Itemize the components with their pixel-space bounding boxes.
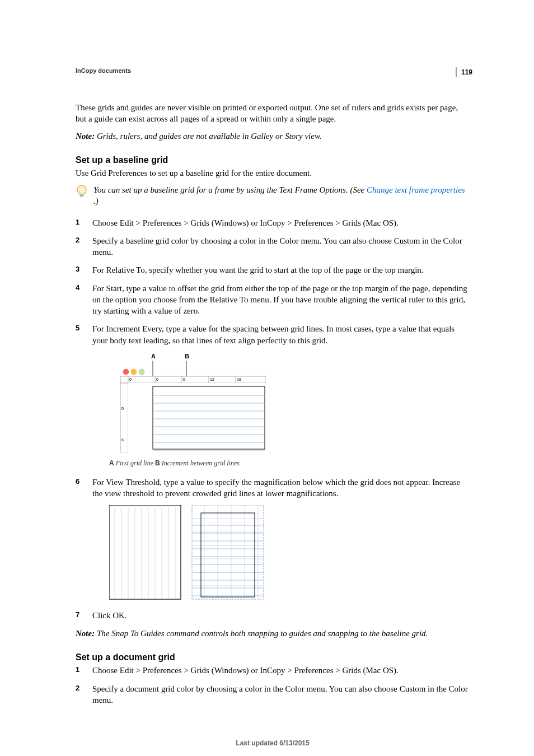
svg-text:0: 0 [121, 407, 124, 410]
svg-rect-17 [120, 383, 128, 452]
steps-document-grid: Choose Edit > Preferences > Grids (Windo… [76, 665, 470, 706]
fig-label-b: B [185, 353, 189, 360]
close-icon [123, 369, 129, 375]
figure-view-threshold [109, 505, 470, 603]
svg-text:6: 6 [183, 377, 185, 381]
caption-a-text: First grid line [114, 459, 155, 467]
step-6: For View Threshold, type a value to spec… [76, 477, 470, 603]
step-6-text: For View Threshold, type a value to spec… [92, 478, 460, 498]
caption-a-letter: A [109, 459, 114, 467]
step-5-text: For Increment Every, type a value for th… [92, 324, 455, 344]
note2-text: The Snap To Guides command controls both… [95, 629, 428, 638]
svg-text:0: 0 [156, 377, 158, 381]
intro-paragraph: These grids and guides are never visible… [76, 102, 470, 125]
heading-document-grid: Set up a document grid [76, 652, 470, 662]
figure-baseline-caption: A First grid line B Increment between gr… [109, 459, 470, 468]
steps-baseline-grid: Choose Edit > Preferences > Grids (Windo… [76, 217, 470, 622]
chapter-header: InCopy documents [76, 67, 470, 74]
svg-text:6: 6 [121, 438, 124, 442]
svg-text:18: 18 [237, 377, 241, 381]
step-3: For Relative To, specify whether you wan… [76, 264, 470, 276]
note-label: Note: [76, 132, 95, 141]
tip-prefix: You can set up a baseline grid for a fra… [93, 185, 367, 194]
svg-text:12: 12 [210, 377, 214, 381]
note2-label: Note: [76, 629, 95, 638]
page-number: 119 [456, 67, 472, 77]
heading-baseline-grid: Set up a baseline grid [76, 155, 470, 165]
doc-step-2: Specify a document grid color by choosin… [76, 683, 470, 706]
lightbulb-icon [76, 184, 90, 199]
note-galley-story: Note: Grids, rulers, and guides are not … [76, 130, 470, 142]
zoom-icon [139, 369, 144, 375]
step-2: Specify a baseline grid color by choosin… [76, 235, 470, 258]
svg-text:0: 0 [129, 377, 132, 381]
doc-step-1: Choose Edit > Preferences > Grids (Windo… [76, 665, 470, 676]
tip: You can set up a baseline grid for a fra… [76, 184, 470, 207]
minimize-icon [131, 369, 137, 375]
tip-suffix: .) [93, 197, 99, 206]
svg-rect-6 [120, 376, 266, 383]
figure-baseline-grid: A B 0 [109, 352, 470, 455]
footer-updated: Last updated 6/13/2015 [76, 739, 470, 747]
tip-text: You can set up a baseline grid for a fra… [93, 184, 470, 207]
svg-rect-41 [192, 505, 264, 599]
link-change-text-frame-properties[interactable]: Change text frame properties [367, 185, 465, 194]
fig-label-a: A [151, 353, 156, 360]
step-5: For Increment Every, type a value for th… [76, 323, 470, 468]
note-snap-to-guides: Note: The Snap To Guides command control… [76, 628, 470, 639]
caption-b-letter: B [155, 459, 160, 467]
note-text: Grids, rulers, and guides are not availa… [95, 132, 321, 141]
step-4: For Start, type a value to offset the gr… [76, 283, 470, 317]
step-7: Click OK. [76, 610, 470, 621]
svg-point-1 [79, 187, 85, 193]
step-1: Choose Edit > Preferences > Grids (Windo… [76, 217, 470, 228]
section1-intro: Use Grid Preferences to set up a baselin… [76, 167, 470, 179]
svg-rect-30 [109, 505, 181, 599]
caption-b-text: Increment between grid lines [160, 459, 240, 467]
